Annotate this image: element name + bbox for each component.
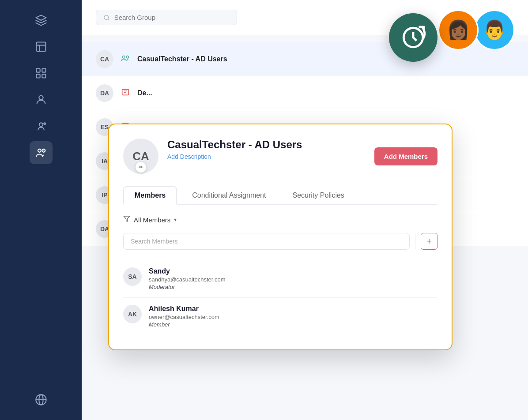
modal-title: CasualTechster - AD Users (167, 139, 366, 151)
svg-point-10 (44, 123, 45, 124)
svg-marker-34 (124, 216, 129, 221)
clock-refresh-icon (400, 25, 426, 50)
avatar-edit-button[interactable]: ✏ (135, 161, 147, 173)
svg-point-11 (38, 149, 41, 152)
member-name-ahilesh: Ahilesh Kumar (149, 305, 437, 313)
member-role-ahilesh: Member (149, 321, 437, 328)
search-bar[interactable] (96, 10, 237, 25)
svg-rect-21 (122, 89, 129, 95)
member-info-sandy: Sandy sandhya@casualtechster.com Moderat… (149, 267, 437, 290)
tab-conditional-assignment[interactable]: Conditional Assignment (181, 186, 277, 205)
filter-dropdown[interactable]: All Members ▾ (123, 215, 177, 224)
modal-tabs: Members Conditional Assignment Security … (123, 186, 437, 205)
group-name-da1: De... (137, 89, 152, 97)
clock-bubble[interactable] (389, 13, 437, 62)
tab-members[interactable]: Members (123, 186, 177, 205)
modal-header: CA ✏ CasualTechster - AD Users Add Descr… (123, 139, 437, 174)
member-email-ahilesh: owner@casualtechster.com (149, 314, 437, 320)
sidebar (0, 0, 82, 420)
group-name-ca: CasualTechster - AD Users (137, 55, 227, 63)
avatar-woman-figure: 👩🏾 (447, 21, 470, 39)
svg-point-13 (43, 150, 45, 152)
sidebar-icon-reports[interactable] (30, 35, 53, 58)
members-search-row: + (123, 233, 437, 250)
svg-point-17 (104, 15, 109, 19)
member-email-sandy: sandhya@casualtechster.com (149, 276, 437, 283)
search-divider (415, 233, 416, 249)
sidebar-icon-apps[interactable] (30, 62, 53, 85)
filter-label: All Members (134, 216, 170, 224)
filter-icon (123, 215, 130, 224)
group-badge-ca: CA (96, 50, 113, 68)
sidebar-icon-admin[interactable] (30, 115, 53, 138)
group-badge-da1: DA (96, 84, 113, 102)
modal-panel: CA ✏ CasualTechster - AD Users Add Descr… (108, 124, 453, 350)
tab-security-policies[interactable]: Security Policies (281, 186, 355, 205)
filter-row: All Members ▾ (123, 215, 437, 224)
svg-rect-6 (42, 74, 45, 78)
sidebar-icon-profile[interactable] (30, 88, 53, 111)
sidebar-icon-dashboard[interactable] (30, 9, 53, 32)
add-member-icon-button[interactable]: + (421, 233, 437, 250)
group-type-icon-ca (121, 54, 130, 64)
member-role-sandy: Moderator (149, 284, 437, 290)
svg-point-20 (126, 56, 129, 58)
svg-rect-0 (36, 42, 45, 52)
add-description-link[interactable]: Add Description (167, 153, 211, 160)
svg-rect-5 (36, 74, 40, 78)
sidebar-icon-groups[interactable] (30, 141, 53, 164)
group-type-icon-da1 (121, 88, 130, 98)
member-item-sandy: SA Sandy sandhya@casualtechster.com Mode… (123, 260, 437, 298)
member-name-sandy: Sandy (149, 267, 437, 275)
floating-avatar-man: 👨 (474, 10, 515, 50)
member-avatar-sandy: SA (123, 267, 142, 286)
filter-chevron-icon: ▾ (174, 217, 177, 223)
floating-avatar-woman: 👩🏾 (438, 10, 479, 50)
search-icon (103, 14, 110, 21)
member-item-ahilesh: AK Ahilesh Kumar owner@casualtechster.co… (123, 298, 437, 335)
search-input[interactable] (114, 14, 230, 21)
modal-avatar: CA ✏ (123, 139, 158, 174)
svg-line-18 (108, 19, 109, 20)
svg-rect-3 (36, 69, 40, 72)
modal-title-area: CasualTechster - AD Users Add Descriptio… (167, 139, 366, 161)
member-avatar-ahilesh: AK (123, 305, 142, 323)
avatar-man-figure: 👨 (483, 21, 506, 39)
add-members-button[interactable]: Add Members (374, 147, 437, 165)
svg-point-8 (39, 123, 42, 126)
member-info-ahilesh: Ahilesh Kumar owner@casualtechster.com M… (149, 305, 437, 328)
members-search-input[interactable] (123, 233, 410, 250)
svg-point-7 (39, 96, 43, 100)
svg-rect-4 (42, 69, 45, 72)
sidebar-icon-network[interactable] (30, 388, 53, 411)
svg-point-19 (123, 56, 125, 58)
group-item-da1[interactable]: DA De... (82, 76, 528, 110)
